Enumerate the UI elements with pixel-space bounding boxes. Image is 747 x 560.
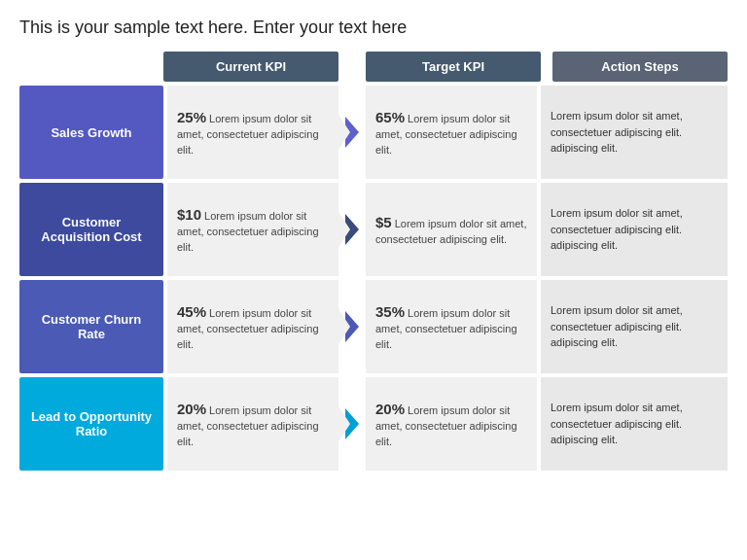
- action-text-0: Lorem ipsum dolor sit amet, consectetuer…: [551, 108, 718, 157]
- current-kpi-value-0: 25%: [177, 109, 206, 125]
- target-kpi-cell-1: $5 Lorem ipsum dolor sit amet, consectet…: [366, 183, 537, 276]
- action-cell-3: Lorem ipsum dolor sit amet, consectetuer…: [541, 377, 728, 471]
- kpi-cells-1: $10 Lorem ipsum dolor sit amet, consecte…: [167, 183, 537, 276]
- table-row: Sales Growth 25% Lorem ipsum dolor sit a…: [19, 86, 728, 179]
- action-text-3: Lorem ipsum dolor sit amet, consectetuer…: [551, 400, 718, 448]
- current-kpi-cell-3: 20% Lorem ipsum dolor sit amet, consecte…: [167, 377, 338, 471]
- action-cell-2: Lorem ipsum dolor sit amet, consectetuer…: [541, 280, 728, 373]
- target-kpi-text-0: 65% Lorem ipsum dolor sit amet, consecte…: [375, 107, 527, 158]
- current-kpi-text-2: 45% Lorem ipsum dolor sit amet, consecte…: [177, 301, 329, 352]
- kpi-table: Current KPI Target KPI Action Steps Sale…: [19, 52, 728, 471]
- target-kpi-text-2: 35% Lorem ipsum dolor sit amet, consecte…: [375, 301, 527, 352]
- target-kpi-cell-3: 20% Lorem ipsum dolor sit amet, consecte…: [366, 377, 537, 471]
- row-label-2: Customer Churn Rate: [19, 280, 163, 373]
- target-kpi-value-1: $5: [375, 214, 392, 230]
- target-kpi-text-1: $5 Lorem ipsum dolor sit amet, consectet…: [375, 212, 527, 247]
- kpi-cells-3: 20% Lorem ipsum dolor sit amet, consecte…: [167, 377, 537, 471]
- row-label-3: Lead to Opportunity Ratio: [19, 377, 163, 471]
- target-kpi-text-3: 20% Lorem ipsum dolor sit amet, consecte…: [375, 399, 527, 449]
- target-kpi-cell-0: 65% Lorem ipsum dolor sit amet, consecte…: [366, 86, 537, 179]
- table-header: Current KPI Target KPI Action Steps: [163, 52, 728, 82]
- row-label-0: Sales Growth: [19, 86, 163, 179]
- action-text-1: Lorem ipsum dolor sit amet, consectetuer…: [551, 205, 718, 254]
- target-kpi-value-2: 35%: [375, 303, 405, 320]
- target-kpi-value-3: 20%: [375, 401, 405, 417]
- page: This is your sample text here. Enter you…: [0, 0, 747, 560]
- table-row: Customer Churn Rate 45% Lorem ipsum dolo…: [19, 280, 728, 373]
- kpi-cells-2: 45% Lorem ipsum dolor sit amet, consecte…: [167, 280, 537, 373]
- current-kpi-value-3: 20%: [177, 401, 206, 417]
- header-target-kpi: Target KPI: [366, 52, 541, 82]
- table-body: Sales Growth 25% Lorem ipsum dolor sit a…: [19, 86, 728, 471]
- action-text-2: Lorem ipsum dolor sit amet, consectetuer…: [551, 302, 718, 351]
- kpi-cells-0: 25% Lorem ipsum dolor sit amet, consecte…: [167, 86, 537, 179]
- current-kpi-cell-1: $10 Lorem ipsum dolor sit amet, consecte…: [167, 183, 338, 276]
- current-kpi-cell-2: 45% Lorem ipsum dolor sit amet, consecte…: [167, 280, 338, 373]
- current-kpi-value-1: $10: [177, 206, 201, 223]
- action-cell-1: Lorem ipsum dolor sit amet, consectetuer…: [541, 183, 728, 276]
- header-current-kpi: Current KPI: [163, 52, 338, 82]
- row-label-1: Customer Acquisition Cost: [19, 183, 163, 276]
- current-kpi-cell-0: 25% Lorem ipsum dolor sit amet, consecte…: [167, 86, 338, 179]
- page-title: This is your sample text here. Enter you…: [19, 18, 728, 38]
- table-row: Lead to Opportunity Ratio 20% Lorem ipsu…: [19, 377, 728, 471]
- current-kpi-value-2: 45%: [177, 303, 206, 320]
- current-kpi-text-3: 20% Lorem ipsum dolor sit amet, consecte…: [177, 399, 329, 449]
- table-row: Customer Acquisition Cost $10 Lorem ipsu…: [19, 183, 728, 276]
- current-kpi-text-0: 25% Lorem ipsum dolor sit amet, consecte…: [177, 107, 329, 158]
- current-kpi-text-1: $10 Lorem ipsum dolor sit amet, consecte…: [177, 204, 329, 255]
- target-kpi-cell-2: 35% Lorem ipsum dolor sit amet, consecte…: [366, 280, 537, 373]
- header-action-steps: Action Steps: [552, 52, 728, 82]
- action-cell-0: Lorem ipsum dolor sit amet, consectetuer…: [541, 86, 728, 179]
- target-kpi-value-0: 65%: [375, 109, 405, 125]
